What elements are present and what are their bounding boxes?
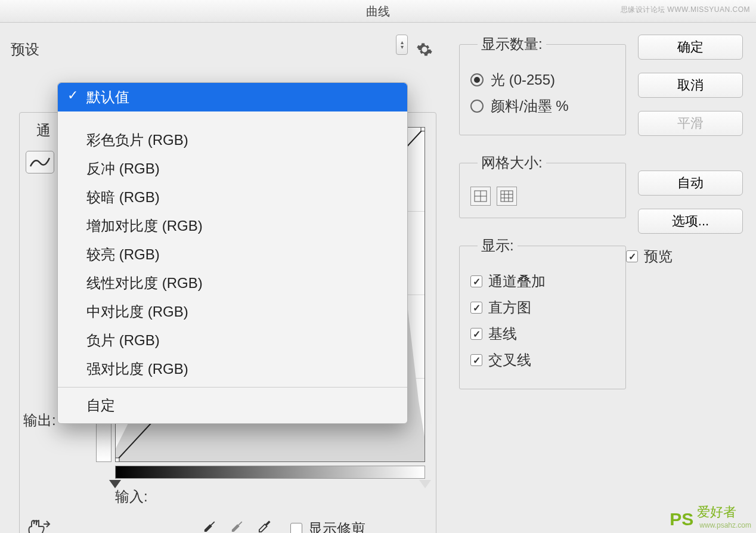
preset-option-darker[interactable]: 较暗 (RGB) (58, 183, 407, 212)
preset-dropdown[interactable]: 默认值 彩色负片 (RGB) 反冲 (RGB) 较暗 (RGB) 增加对比度 (… (57, 82, 408, 424)
watermark-top: 思缘设计论坛 WWW.MISSYUAN.COM (621, 5, 751, 15)
window-title: 曲线 (366, 5, 390, 18)
preset-option-increase-contrast[interactable]: 增加对比度 (RGB) (58, 212, 407, 240)
check-channel-overlay[interactable] (470, 275, 482, 287)
radio-pigment[interactable] (470, 100, 484, 113)
preset-option-color-negative[interactable]: 彩色负片 (RGB) (58, 126, 407, 154)
show-clipping-checkbox[interactable] (290, 523, 302, 533)
svg-rect-1 (116, 458, 119, 461)
output-label: 输出: (23, 411, 56, 430)
check-intersection[interactable] (470, 354, 482, 366)
preset-option-strong-contrast[interactable]: 强对比度 (RGB) (58, 355, 407, 383)
display-options-panel: 显示: 通道叠加 直方图 基线 交叉线 (459, 236, 626, 389)
input-gradient (115, 466, 425, 479)
hand-adjust-icon[interactable] (26, 518, 52, 533)
check-baseline-label: 基线 (488, 324, 517, 343)
svg-rect-6 (501, 191, 513, 202)
cancel-button[interactable]: 取消 (638, 73, 743, 98)
radio-light-label: 光 (0-255) (491, 70, 555, 89)
eyedropper-gray-icon[interactable] (228, 519, 247, 533)
grid-small-button[interactable] (470, 187, 491, 206)
preset-option-lighter[interactable]: 较亮 (RGB) (58, 240, 407, 269)
curve-draw-tool[interactable] (26, 151, 54, 173)
dropdown-separator (58, 387, 407, 388)
options-button[interactable]: 选项... (638, 209, 743, 234)
preset-label: 预设 (11, 40, 39, 59)
smooth-button[interactable]: 平滑 (638, 111, 743, 136)
auto-button[interactable]: 自动 (638, 171, 743, 196)
preset-option-default[interactable]: 默认值 (58, 83, 407, 111)
white-point-slider[interactable] (419, 480, 431, 488)
watermark-bottom: PS 爱好者 www.psahz.com (670, 503, 751, 529)
eyedropper-black-icon[interactable] (201, 519, 220, 533)
svg-rect-2 (421, 128, 425, 131)
grid-size-legend: 网格大小: (478, 153, 546, 172)
check-channel-overlay-label: 通道叠加 (488, 272, 546, 291)
preview-checkbox[interactable] (626, 250, 638, 262)
watermark-url: www.psahz.com (699, 521, 751, 529)
watermark-cn: 爱好者 (697, 503, 751, 521)
watermark-logo: PS (670, 509, 693, 529)
check-histogram[interactable] (470, 302, 482, 314)
show-clipping-label: 显示修剪 (308, 519, 365, 533)
preset-gear-icon[interactable] (414, 39, 435, 60)
check-histogram-label: 直方图 (488, 298, 531, 317)
grid-large-button[interactable] (497, 187, 517, 206)
eyedropper-white-icon[interactable] (256, 519, 275, 533)
preset-option-cross-process[interactable]: 反冲 (RGB) (58, 154, 407, 183)
radio-light[interactable] (470, 73, 484, 86)
preset-option-custom[interactable]: 自定 (58, 391, 407, 420)
preset-option-linear-contrast[interactable]: 线性对比度 (RGB) (58, 269, 407, 298)
preset-stepper[interactable] (396, 35, 408, 55)
display-options-legend: 显示: (478, 236, 518, 255)
input-label: 输入: (115, 487, 148, 506)
grid-size-panel: 网格大小: (459, 153, 626, 218)
preset-option-medium-contrast[interactable]: 中对比度 (RGB) (58, 298, 407, 326)
display-amount-panel: 显示数量: 光 (0-255) 颜料/油墨 % (459, 35, 626, 135)
preset-option-negative[interactable]: 负片 (RGB) (58, 326, 407, 355)
preview-label: 预览 (644, 247, 673, 266)
check-intersection-label: 交叉线 (488, 351, 531, 370)
channel-label-partial: 通 (36, 121, 51, 140)
ok-button[interactable]: 确定 (638, 35, 743, 60)
check-baseline[interactable] (470, 328, 482, 340)
radio-pigment-label: 颜料/油墨 % (491, 97, 569, 116)
display-amount-legend: 显示数量: (478, 35, 546, 54)
